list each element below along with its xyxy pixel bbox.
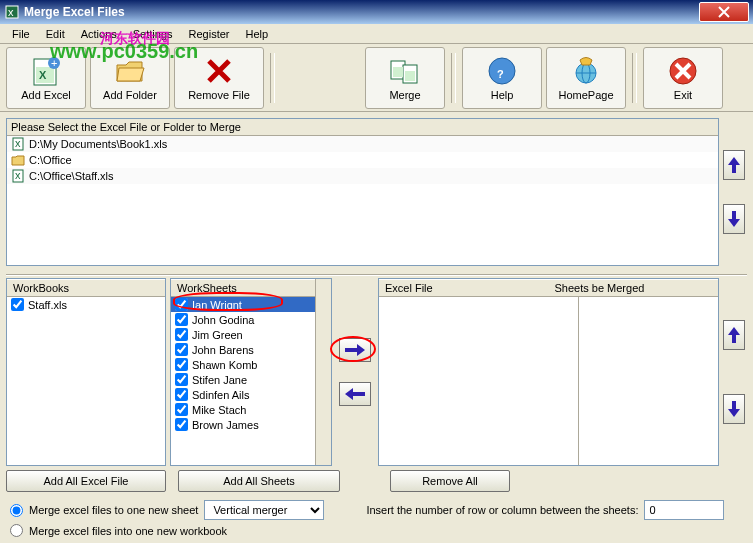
worksheet-row[interactable]: Ian Wrignt [171, 297, 315, 312]
merge-move-down-button[interactable] [723, 394, 745, 424]
help-button[interactable]: ? Help [462, 47, 542, 109]
worksheet-name: Ian Wrignt [192, 299, 242, 311]
file-list-header: Please Select the Excel File or Folder t… [7, 119, 718, 136]
menubar: File Edit Actions Settings Register Help [0, 24, 753, 44]
svg-text:x: x [8, 6, 14, 18]
merge-one-sheet-radio[interactable] [10, 504, 23, 517]
arrow-up-icon [726, 325, 742, 345]
workbook-name: Staff.xls [28, 299, 67, 311]
worksheet-name: Brown James [192, 419, 259, 431]
worksheet-name: Sdinfen Ails [192, 389, 249, 401]
worksheet-name: Stifen Jane [192, 374, 247, 386]
add-folder-label: Add Folder [103, 89, 157, 101]
add-to-merge-button[interactable] [339, 338, 371, 362]
menu-file[interactable]: File [4, 26, 38, 42]
remove-file-button[interactable]: Remove File [174, 47, 264, 109]
arrow-left-icon [343, 386, 367, 402]
worksheet-checkbox[interactable] [175, 358, 188, 371]
add-folder-button[interactable]: Add Folder [90, 47, 170, 109]
insert-number-label: Insert the number of row or column betwe… [366, 504, 638, 516]
file-path: D:\My Documents\Book1.xls [29, 138, 167, 150]
toolbar-separator [270, 53, 275, 103]
menu-help[interactable]: Help [238, 26, 277, 42]
worksheet-checkbox[interactable] [175, 298, 188, 311]
worksheet-row[interactable]: John Barens [171, 342, 315, 357]
svg-text:X: X [39, 69, 47, 81]
svg-text:+: + [51, 57, 57, 69]
toolbar: X+ Add Excel Add Folder Remove File Merg… [0, 44, 753, 112]
worksheet-checkbox[interactable] [175, 418, 188, 431]
excel-file-header: Excel File [379, 279, 549, 297]
insert-number-input[interactable] [644, 500, 724, 520]
worksheet-checkbox[interactable] [175, 388, 188, 401]
worksheet-name: Shawn Komb [192, 359, 257, 371]
file-row[interactable]: xC:\Office\Staff.xls [7, 168, 718, 184]
sheets-merged-column [579, 297, 718, 465]
merge-icon [389, 55, 421, 87]
merge-move-up-button[interactable] [723, 320, 745, 350]
titlebar: x Merge Excel Files [0, 0, 753, 24]
merge-target-panel: Excel File Sheets be Merged [378, 278, 719, 466]
menu-actions[interactable]: Actions [73, 26, 125, 42]
merger-type-select[interactable]: Vertical merger [204, 500, 324, 520]
help-icon: ? [486, 55, 518, 87]
svg-text:?: ? [497, 68, 504, 80]
menu-settings[interactable]: Settings [125, 26, 181, 42]
worksheet-checkbox[interactable] [175, 403, 188, 416]
exit-button[interactable]: Exit [643, 47, 723, 109]
add-all-excel-button[interactable]: Add All Excel File [6, 470, 166, 492]
worksheets-scrollbar[interactable] [315, 279, 331, 465]
workbook-row[interactable]: Staff.xls [7, 297, 165, 312]
window-close-button[interactable] [699, 2, 749, 22]
homepage-button[interactable]: HomePage [546, 47, 626, 109]
move-down-button[interactable] [723, 204, 745, 234]
xls-file-icon: x [11, 169, 25, 183]
move-up-button[interactable] [723, 150, 745, 180]
merge-one-workbook-radio[interactable] [10, 524, 23, 537]
worksheet-row[interactable]: Shawn Komb [171, 357, 315, 372]
worksheet-row[interactable]: Brown James [171, 417, 315, 432]
add-excel-label: Add Excel [21, 89, 71, 101]
file-path: C:\Office\Staff.xls [29, 170, 114, 182]
workbook-checkbox[interactable] [11, 298, 24, 311]
file-row[interactable]: C:\Office [7, 152, 718, 168]
file-row[interactable]: xD:\My Documents\Book1.xls [7, 136, 718, 152]
workbooks-panel: WorkBooks Staff.xls [6, 278, 166, 466]
file-list-panel: Please Select the Excel File or Folder t… [6, 118, 719, 266]
worksheet-row[interactable]: Stifen Jane [171, 372, 315, 387]
remove-file-label: Remove File [188, 89, 250, 101]
worksheet-row[interactable]: Sdinfen Ails [171, 387, 315, 402]
worksheet-row[interactable]: Mike Stach [171, 402, 315, 417]
worksheet-name: John Godina [192, 314, 254, 326]
menu-edit[interactable]: Edit [38, 26, 73, 42]
worksheet-row[interactable]: Jim Green [171, 327, 315, 342]
worksheet-name: John Barens [192, 344, 254, 356]
arrow-down-icon [726, 209, 742, 229]
folder-add-icon [114, 55, 146, 87]
add-all-sheets-label: Add All Sheets [223, 475, 295, 487]
merge-button[interactable]: Merge [365, 47, 445, 109]
exit-label: Exit [674, 89, 692, 101]
worksheet-checkbox[interactable] [175, 313, 188, 326]
menu-register[interactable]: Register [181, 26, 238, 42]
svg-text:x: x [15, 169, 21, 181]
worksheet-checkbox[interactable] [175, 343, 188, 356]
homepage-icon [570, 55, 602, 87]
excel-add-icon: X+ [30, 55, 62, 87]
workbooks-header: WorkBooks [7, 279, 165, 297]
remove-from-merge-button[interactable] [339, 382, 371, 406]
remove-all-label: Remove All [422, 475, 478, 487]
worksheet-checkbox[interactable] [175, 328, 188, 341]
remove-icon [203, 55, 235, 87]
close-icon [718, 6, 730, 18]
remove-all-button[interactable]: Remove All [390, 470, 510, 492]
window-title: Merge Excel Files [24, 5, 699, 19]
worksheet-row[interactable]: John Godina [171, 312, 315, 327]
arrow-right-icon [343, 342, 367, 358]
app-icon: x [4, 4, 20, 20]
svg-rect-9 [393, 67, 403, 77]
add-all-sheets-button[interactable]: Add All Sheets [178, 470, 340, 492]
worksheet-checkbox[interactable] [175, 373, 188, 386]
file-path: C:\Office [29, 154, 72, 166]
add-excel-button[interactable]: X+ Add Excel [6, 47, 86, 109]
